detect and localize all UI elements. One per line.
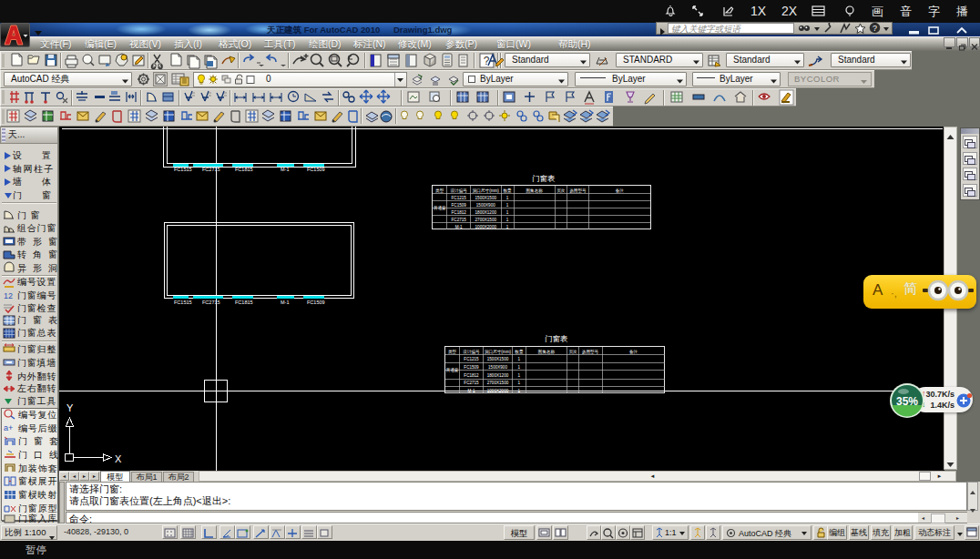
svg-text:洞口尺寸(mm): 洞口尺寸(mm)	[485, 350, 512, 355]
svg-text:1800X1200: 1800X1200	[475, 210, 497, 215]
svg-text:FC2715: FC2715	[452, 218, 467, 222]
svg-text:设计编号: 设计编号	[451, 188, 468, 193]
svg-text:1: 1	[506, 196, 509, 200]
svg-text:FC1215: FC1215	[464, 357, 479, 361]
svg-text:备注: 备注	[629, 350, 638, 354]
svg-text:12: 12	[4, 291, 13, 300]
svg-text:图集名称: 图集名称	[526, 188, 544, 194]
svg-text:设计编号: 设计编号	[463, 349, 480, 354]
svg-text:35%: 35%	[896, 395, 918, 408]
svg-text:图集名称: 图集名称	[538, 350, 556, 355]
svg-text:M-1: M-1	[281, 300, 289, 305]
svg-text:普通窗: 普通窗	[434, 205, 446, 211]
svg-text:1: 1	[506, 218, 509, 222]
svg-text:FC1815: FC1815	[235, 167, 253, 172]
svg-text:数量: 数量	[504, 188, 513, 193]
svg-text:备注: 备注	[616, 188, 625, 193]
svg-text:FC1812: FC1812	[464, 373, 479, 378]
svg-text:1: 1	[518, 373, 521, 378]
svg-text:类型: 类型	[435, 188, 444, 194]
svg-text:FC1515: FC1515	[174, 167, 192, 172]
svg-text:普通窗: 普通窗	[446, 367, 459, 373]
svg-text:1: 1	[518, 389, 521, 393]
svg-text:?: ?	[873, 24, 877, 33]
svg-text:1500X1500: 1500X1500	[487, 357, 509, 361]
svg-text:2700X1500: 2700X1500	[475, 218, 497, 222]
svg-text:1: 1	[518, 357, 521, 361]
svg-text:门窗表: 门窗表	[532, 174, 556, 183]
svg-text:页次: 页次	[556, 188, 566, 193]
svg-text:FC2715: FC2715	[464, 381, 479, 385]
svg-text:2700X1500: 2700X1500	[487, 381, 509, 385]
svg-text:a+: a+	[4, 423, 13, 432]
svg-text:FC1812: FC1812	[452, 210, 467, 215]
svg-text:1500X1500: 1500X1500	[475, 196, 497, 200]
svg-text:1000X2000: 1000X2000	[487, 389, 509, 393]
svg-text:FC1509: FC1509	[307, 300, 325, 305]
svg-text:1800X1200: 1800X1200	[487, 373, 509, 378]
svg-text:1500X900: 1500X900	[488, 365, 507, 370]
svg-text:Y: Y	[66, 402, 74, 413]
svg-text:FC1215: FC1215	[452, 196, 467, 200]
svg-text:选用型号: 选用型号	[582, 349, 599, 355]
svg-text:FC1509: FC1509	[452, 203, 467, 208]
svg-text:洞口尺寸(mm): 洞口尺寸(mm)	[473, 188, 500, 194]
svg-text:FC1509: FC1509	[464, 365, 479, 370]
svg-text:M-1: M-1	[455, 225, 463, 229]
svg-text:M-1: M-1	[468, 389, 475, 393]
svg-text:1500X900: 1500X900	[476, 203, 495, 208]
svg-text:X: X	[115, 453, 122, 464]
svg-text:FC1509: FC1509	[307, 167, 325, 172]
svg-text:1: 1	[506, 225, 509, 229]
svg-text:FC2715: FC2715	[202, 300, 220, 305]
svg-text:页次: 页次	[568, 349, 577, 354]
svg-text:类型: 类型	[448, 349, 457, 355]
svg-text:1: 1	[518, 365, 521, 370]
svg-text:FC1515: FC1515	[174, 300, 192, 305]
svg-text:1: 1	[506, 203, 509, 208]
svg-text:数量: 数量	[515, 350, 524, 354]
svg-text:FC2715: FC2715	[202, 167, 220, 172]
svg-text:1: 1	[506, 210, 509, 215]
svg-text:M-1: M-1	[281, 167, 289, 172]
svg-text:门窗表: 门窗表	[545, 334, 568, 343]
svg-text:FC1815: FC1815	[235, 300, 253, 305]
svg-text:选用型号: 选用型号	[569, 188, 587, 194]
svg-text:1000X2000: 1000X2000	[475, 225, 497, 229]
svg-text:1: 1	[518, 381, 521, 385]
